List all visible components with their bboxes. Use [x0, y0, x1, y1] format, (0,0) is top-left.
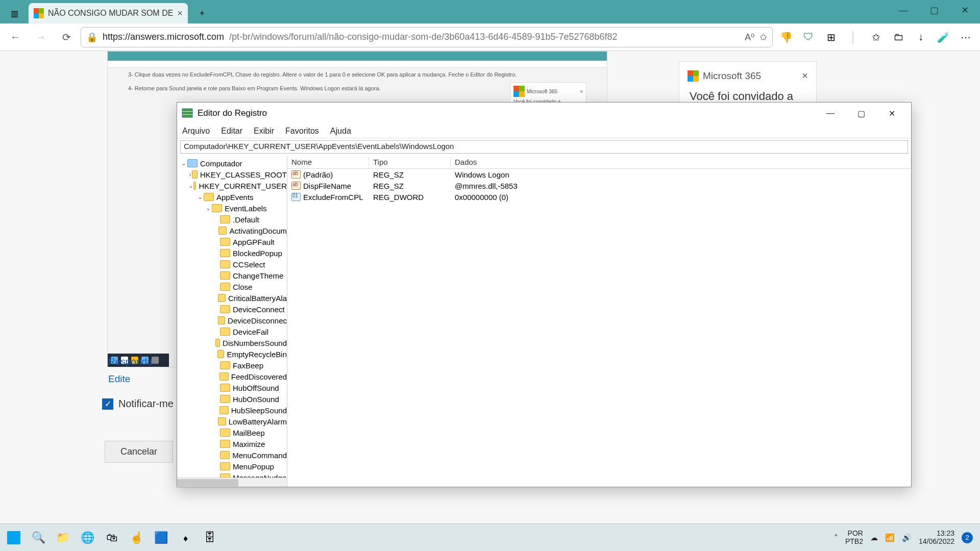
tree-node-mailbeep[interactable]: MailBeep — [178, 427, 287, 438]
col-tipo[interactable]: Tipo — [369, 158, 451, 166]
language-indicator[interactable]: POR PTB2 — [845, 530, 863, 545]
tree-node-hkey-classes-root[interactable]: ›HKEY_CLASSES_ROOT — [178, 169, 287, 180]
app-blue-icon[interactable]: 🟦 — [150, 527, 172, 548]
ext-shield-icon[interactable]: 🛡 — [798, 27, 819, 47]
folder-icon — [219, 372, 229, 381]
regedit-maximize-button[interactable]: ▢ — [846, 103, 876, 124]
col-nome[interactable]: Nome — [287, 158, 369, 166]
tree-node-blockedpopup[interactable]: BlockedPopup — [178, 247, 287, 259]
responda-link[interactable]: Responda — [108, 353, 153, 370]
tree-node-computador[interactable]: ⌄Computador — [178, 158, 287, 169]
tree-label: ChangeTheme — [233, 271, 283, 280]
window-maximize-button[interactable]: ▢ — [919, 0, 949, 20]
ext-thumbsdown-icon[interactable]: 👎 — [776, 27, 796, 47]
folder-icon — [212, 204, 222, 212]
tree-node--default[interactable]: .Default — [178, 214, 287, 225]
tree-node-activatingdocum[interactable]: ActivatingDocum — [178, 225, 287, 236]
cancelar-button[interactable]: Cancelar — [105, 441, 173, 463]
regedit-address-bar[interactable]: Computador\HKEY_CURRENT_USER\AppEvents\E… — [180, 140, 908, 154]
fingerprint-app-icon[interactable]: ☝ — [126, 527, 147, 548]
regedit-close-button[interactable]: ✕ — [876, 103, 907, 124]
regedit-minimize-button[interactable]: — — [815, 103, 846, 124]
store-button[interactable]: 🛍 — [101, 527, 122, 548]
tab-close-icon[interactable]: × — [177, 8, 183, 19]
tree-node-criticalbatteryala[interactable]: CriticalBatteryAla — [178, 292, 287, 304]
menu-ajuda[interactable]: Ajuda — [330, 127, 351, 136]
value-row[interactable]: (Padrão)REG_SZWindows Logon — [287, 169, 911, 180]
downloads-button[interactable]: ↓ — [911, 27, 931, 47]
menu-editar[interactable]: Editar — [221, 127, 242, 136]
tree-node-emptyrecyclebin[interactable]: EmptyRecycleBin — [178, 348, 287, 360]
tray-onedrive-icon[interactable]: ☁ — [870, 533, 878, 542]
search-button[interactable]: 🔍 — [28, 527, 49, 548]
favorite-star-icon[interactable]: ✩ — [760, 32, 767, 43]
tray-volume-icon[interactable]: 🔊 — [902, 533, 912, 542]
tree-node-appevents[interactable]: ⌄AppEvents — [178, 191, 287, 203]
tree-node-hubonsound[interactable]: HubOnSound — [178, 393, 287, 405]
tree-node-devicedisconnec[interactable]: DeviceDisconnec — [178, 315, 287, 326]
tree-twisty-icon[interactable]: ⌄ — [205, 205, 212, 212]
start-button[interactable] — [3, 527, 24, 548]
tray-wifi-icon[interactable]: 📶 — [885, 533, 895, 542]
tab-actions-button[interactable]: ▥ — [0, 3, 29, 23]
tab-title: NÃO CONSIGO MUDAR SOM DE — [48, 9, 173, 18]
notify-checkbox[interactable]: ✓ — [102, 398, 113, 410]
tree-node-changetheme[interactable]: ChangeTheme — [178, 270, 287, 281]
tree-node-eventlabels[interactable]: ⌄EventLabels — [178, 203, 287, 214]
tree-hscrollbar[interactable] — [177, 478, 287, 487]
clock[interactable]: 13:23 14/06/2022 — [919, 530, 954, 545]
settings-menu-button[interactable]: ⋯ — [955, 27, 976, 47]
ext-puzzle-icon[interactable]: ⊞ — [821, 27, 841, 47]
tree-node-devicefail[interactable]: DeviceFail — [178, 326, 287, 337]
new-tab-button[interactable]: + — [188, 3, 216, 23]
window-close-button[interactable]: ✕ — [949, 0, 980, 20]
value-row[interactable]: ExcludeFromCPLREG_DWORD0x00000000 (0) — [287, 191, 911, 203]
tree-label: EventLabels — [225, 204, 267, 213]
tree-twisty-icon[interactable]: › — [188, 171, 192, 178]
tree-twisty-icon[interactable]: ⌄ — [197, 193, 204, 201]
edge-button[interactable]: 🌐 — [77, 527, 98, 548]
regedit-tree[interactable]: ⌄Computador›HKEY_CLASSES_ROOT⌄HKEY_CURRE… — [177, 156, 287, 487]
menu-exibir[interactable]: Exibir — [254, 127, 274, 136]
tree-node-ccselect[interactable]: CCSelect — [178, 259, 287, 270]
tree-node-feeddiscovered[interactable]: FeedDiscovered — [178, 371, 287, 382]
folder-icon — [220, 215, 230, 223]
tree-node-lowbatteryalarm[interactable]: LowBatteryAlarm — [178, 416, 287, 427]
tree-node-huboffsound[interactable]: HubOffSound — [178, 382, 287, 393]
tree-node-maximize[interactable]: Maximize — [178, 438, 287, 449]
tree-node-hkey-current-user[interactable]: ⌄HKEY_CURRENT_USER — [178, 180, 287, 191]
address-bar[interactable]: 🔒 https://answers.microsoft.com/pt-br/wi… — [81, 27, 773, 47]
tree-node-disnumberssound[interactable]: DisNumbersSound — [178, 337, 287, 348]
regedit-taskbar-icon[interactable]: 🗄 — [199, 527, 220, 548]
col-dados[interactable]: Dados — [451, 158, 911, 166]
tree-node-hubsleepsound[interactable]: HubSleepSound — [178, 405, 287, 416]
explorer-button[interactable]: 📁 — [52, 527, 74, 548]
nav-forward-button[interactable]: → — [30, 26, 52, 48]
tree-node-close[interactable]: Close — [178, 281, 287, 292]
collections-button[interactable]: 🗀 — [888, 27, 909, 47]
folder-icon — [192, 170, 198, 179]
tree-node-faxbeep[interactable]: FaxBeep — [178, 360, 287, 371]
browser-tab-active[interactable]: NÃO CONSIGO MUDAR SOM DE × — [29, 3, 188, 23]
edite-link[interactable]: Edite — [108, 370, 153, 388]
regedit-titlebar[interactable]: Editor do Registro — ▢ ✕ — [177, 103, 911, 124]
window-minimize-button[interactable]: — — [888, 0, 919, 20]
tree-twisty-icon[interactable]: ⌄ — [188, 182, 193, 189]
tray-chevron-icon[interactable]: ˄ — [834, 533, 838, 542]
tree-node-deviceconnect[interactable]: DeviceConnect — [178, 304, 287, 315]
tree-twisty-icon[interactable]: ⌄ — [180, 160, 187, 167]
favorites-button[interactable]: ✩ — [866, 27, 886, 47]
ext-bottle-icon[interactable]: 🧪 — [933, 27, 953, 47]
side-close-button[interactable]: × — [802, 70, 808, 82]
nav-back-button[interactable]: ← — [4, 26, 27, 48]
tree-node-menucommand[interactable]: MenuCommand — [178, 449, 287, 461]
nav-reload-button[interactable]: ⟳ — [55, 26, 78, 48]
tree-node-appgpfault[interactable]: AppGPFault — [178, 236, 287, 247]
obsidian-icon[interactable]: ⬧ — [175, 527, 196, 548]
read-aloud-button[interactable]: A⁰ — [745, 32, 754, 43]
notification-badge[interactable]: 2 — [962, 532, 973, 543]
value-row[interactable]: DispFileNameREG_SZ@mmres.dll,-5853 — [287, 180, 911, 191]
menu-favoritos[interactable]: Favoritos — [285, 127, 319, 136]
tree-node-menupopup[interactable]: MenuPopup — [178, 461, 287, 472]
menu-arquivo[interactable]: Arquivo — [182, 127, 210, 136]
